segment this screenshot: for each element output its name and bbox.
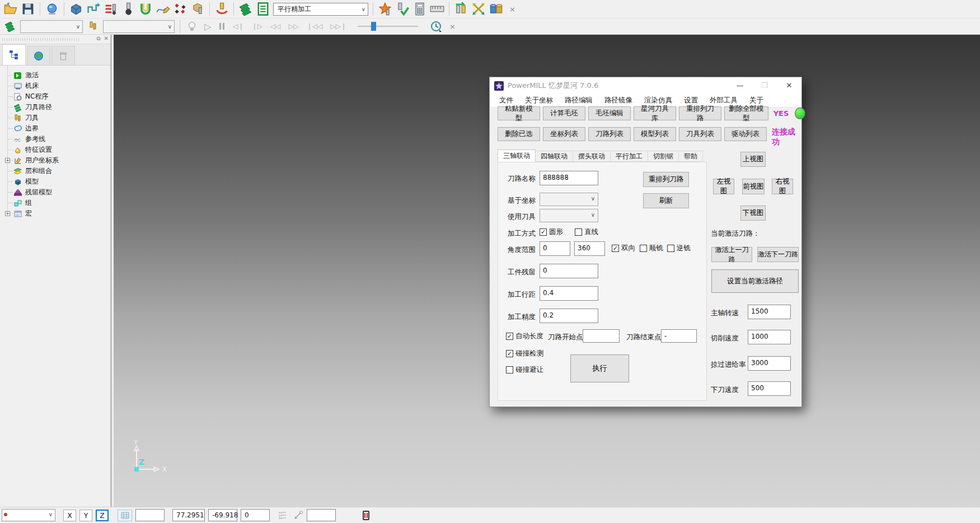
model-list-button[interactable]: 模型列表 [634, 127, 676, 141]
maximize-icon[interactable]: ❐ [752, 77, 777, 94]
tab-saw[interactable]: 切割锯 [648, 151, 679, 162]
tree-item-models[interactable]: 模型 [2, 176, 110, 187]
grid-size-input[interactable] [135, 509, 165, 521]
delete-all-models-button[interactable]: 删除全部模型 [724, 106, 768, 120]
checkbox-checked-icon[interactable]: ✓ [506, 333, 513, 340]
tab-explorer-tree[interactable] [2, 44, 26, 65]
path-end-input[interactable]: - [661, 329, 697, 343]
tab-parallel[interactable]: 平行加工 [611, 151, 648, 162]
execute-button[interactable]: 执行 [570, 354, 629, 382]
tool-ball-icon[interactable] [121, 2, 135, 16]
right-view-button[interactable]: 右视图 [772, 179, 793, 194]
tree-item-workplanes[interactable]: + 用户坐标系 [2, 155, 110, 166]
tree-item-patterns[interactable]: 参考线 [2, 134, 110, 144]
checkbox-checked-icon[interactable]: ✓ [612, 245, 619, 252]
tree-item-nc-program[interactable]: NC程序 [2, 91, 110, 102]
path-start-input[interactable] [583, 329, 620, 343]
tree-item-toolpaths[interactable]: 刀具路径 [2, 102, 110, 113]
tree-item-stock-models[interactable]: 残留模型 [2, 187, 110, 198]
collision-avoid-option[interactable]: 碰撞避让 [506, 365, 543, 375]
cutting-speed-input[interactable]: 1000 [748, 330, 791, 344]
tree-item-activate[interactable]: 激活 [2, 70, 110, 81]
render-shade-icon[interactable] [45, 2, 59, 16]
activate-prev-button[interactable]: 激活上一刀路 [711, 247, 752, 262]
auto-length-option[interactable]: ✓自动长度 [506, 331, 543, 341]
xyz-list-icon[interactable]: x=y=z= [279, 511, 287, 520]
coord-x-input[interactable]: 77.2951 [172, 509, 205, 521]
refresh-button[interactable]: 刷新 [643, 193, 689, 208]
skim-feed-input[interactable]: 3000 [748, 356, 791, 371]
tool-combobox[interactable]: ∨ [103, 20, 175, 33]
checkbox-icon[interactable] [667, 245, 674, 252]
clock-icon[interactable] [429, 20, 443, 32]
front-view-button[interactable]: 前视图 [742, 179, 765, 194]
star-tool-icon[interactable] [378, 2, 392, 16]
toolpath-list-button[interactable]: 刀路列表 [588, 127, 631, 141]
tolerance-input[interactable]: 0.2 [540, 309, 598, 323]
points-icon[interactable] [173, 2, 187, 16]
toolpath-strategy-icon[interactable] [86, 2, 101, 16]
based-coord-combobox[interactable]: ∨ [540, 193, 598, 206]
expand-icon[interactable]: + [5, 158, 10, 163]
tree-item-feature-sets[interactable]: 特征设置 [2, 144, 110, 155]
tool-library-button[interactable]: 星河刀具库 [634, 106, 676, 120]
toolbar2-close-icon[interactable]: × [446, 22, 459, 31]
close-panel-icon[interactable]: ✕ [104, 35, 109, 42]
tool-holder-icon[interactable] [190, 2, 205, 16]
tree-item-macros[interactable]: + 宏 [2, 208, 110, 219]
tab-4axis[interactable]: 四轴联动 [536, 151, 573, 162]
ruler-icon[interactable] [430, 2, 444, 16]
simulation-speed-slider[interactable] [358, 21, 418, 31]
toolpaths-icon[interactable] [238, 2, 253, 16]
lightbulb-icon[interactable] [185, 20, 199, 32]
tree-item-tools[interactable]: 刀具 [2, 113, 110, 123]
coord-list-button[interactable]: 坐标列表 [543, 127, 585, 141]
transform-arrows-icon[interactable] [471, 2, 486, 16]
method-circle-option[interactable]: ✓圆形 [540, 227, 563, 237]
climb-mill-option[interactable]: 顺铣 [640, 244, 663, 253]
slider-handle[interactable] [371, 22, 376, 31]
models-compare-icon[interactable] [489, 2, 503, 16]
set-active-path-button[interactable]: 设置当前激活路径 [711, 269, 799, 293]
coord-z-input[interactable]: 0 [241, 509, 270, 521]
pattern-curve-icon[interactable] [156, 2, 170, 16]
collision-check-option[interactable]: ✓碰撞检测 [506, 349, 543, 358]
feed-rates-icon[interactable] [104, 2, 118, 16]
verify-check-icon[interactable] [395, 2, 410, 16]
save-icon[interactable] [21, 2, 35, 16]
block-icon[interactable] [69, 2, 83, 16]
grid-snap-button[interactable] [118, 510, 132, 521]
open-icon[interactable] [3, 2, 18, 16]
stepover-input[interactable]: 0.4 [540, 286, 598, 301]
coord-y-input[interactable]: -69.918 [208, 509, 237, 521]
menu-path-edit[interactable]: 路径编辑 [565, 96, 593, 105]
checkbox-checked-icon[interactable]: ✓ [540, 228, 547, 236]
reorder-button[interactable]: 重排列刀路 [643, 172, 689, 187]
stock-remain-input[interactable]: 0 [540, 264, 598, 278]
bidirectional-option[interactable]: ✓双向 [612, 244, 635, 253]
reorder-toolpath-button[interactable]: 重排列刀路 [679, 106, 721, 120]
checkbox-icon[interactable] [575, 228, 582, 236]
menu-path-mirror[interactable]: 路径镜像 [604, 96, 632, 105]
axis-x-button[interactable]: X [63, 510, 76, 521]
minimize-icon[interactable]: — [728, 77, 752, 94]
activate-next-button[interactable]: 激活下一刀路 [757, 247, 799, 262]
tab-tilt-head[interactable]: 摆头联动 [573, 151, 611, 162]
axis-z-button[interactable]: Z [96, 510, 109, 521]
tree-item-levels[interactable]: 层和组合 [2, 166, 110, 176]
tree-item-groups[interactable]: 组 [2, 198, 110, 208]
paste-model-button[interactable]: 粘贴新模型 [498, 106, 540, 120]
method-line-option[interactable]: 直线 [575, 227, 598, 237]
dialog-titlebar[interactable]: PowerMILL 忆梦星河 7.0.6 — ❐ ✕ [490, 77, 801, 94]
plunge-speed-input[interactable]: 500 [748, 381, 791, 396]
pause-icon[interactable] [217, 23, 227, 30]
close-icon[interactable]: ✕ [777, 77, 801, 94]
checkbox-checked-icon[interactable]: ✓ [506, 350, 513, 357]
calc-stock-button[interactable]: 计算毛坯 [543, 106, 585, 120]
workplane-combobox[interactable]: ∨ [2, 509, 55, 521]
angle-from-input[interactable]: 0 [540, 241, 570, 256]
float-panel-icon[interactable]: ⧉ [96, 35, 100, 42]
strategy-combobox[interactable]: 平行精加工 ∨ [273, 3, 368, 16]
tool-arc-icon[interactable] [214, 2, 229, 16]
top-view-button[interactable]: 上视图 [740, 152, 766, 167]
